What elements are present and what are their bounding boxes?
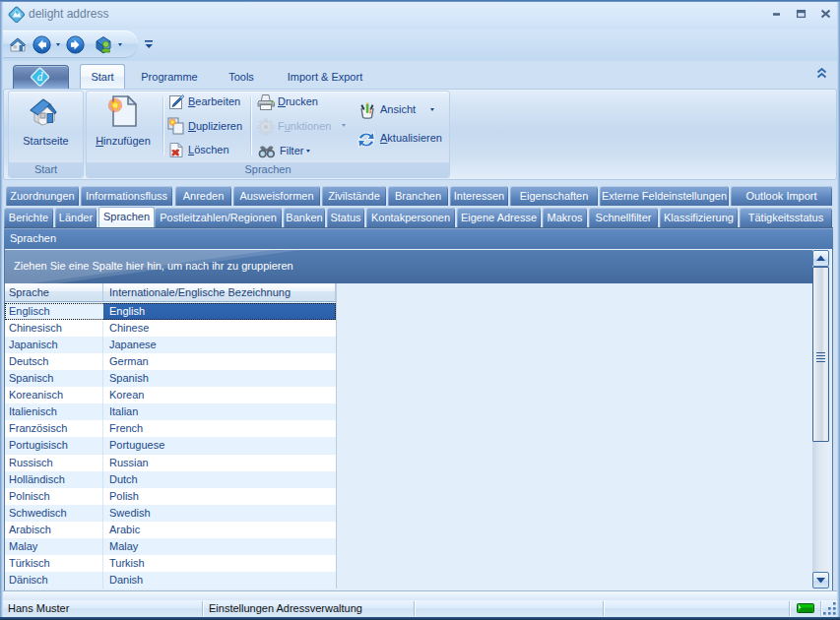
svg-text:d: d (37, 71, 43, 83)
